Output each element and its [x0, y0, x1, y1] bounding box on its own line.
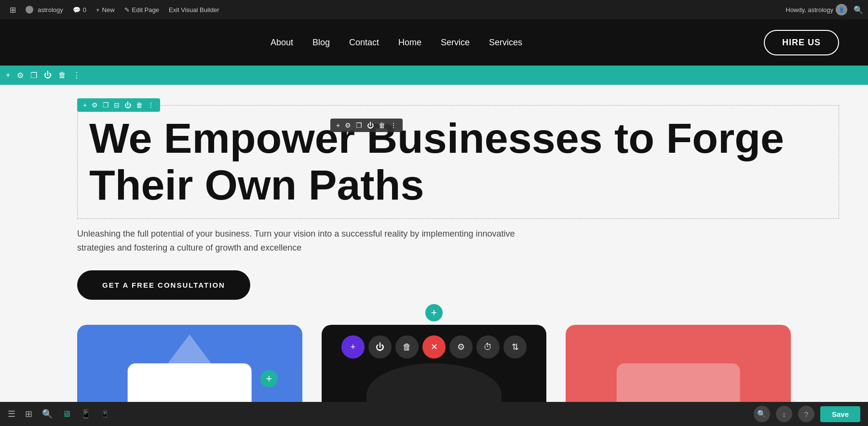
builder-toolbar-row: + ⚙ ❐ ⏻ 🗑 ⋮ — [0, 66, 868, 85]
st1-more-icon[interactable]: ⋮ — [148, 101, 154, 109]
hero-heading-container: We Empower Businesses to Forge Their Own… — [77, 105, 839, 219]
site-header: About Blog Contact Home Service Services… — [0, 19, 868, 66]
cta-button[interactable]: GET A FREE CONSULTATION — [77, 270, 250, 300]
bbb-desktop-icon[interactable]: 🖥 — [62, 409, 71, 419]
main-content: + ⚙ ❐ ⊟ ⏻ 🗑 ⋮ + ⚙ ❐ ⏻ 🗑 ⋮ We Empower Bus… — [0, 85, 868, 426]
bbb-zoom-icon[interactable]: 🔍 — [754, 406, 770, 422]
nav-blog[interactable]: Blog — [312, 38, 330, 48]
search-icon[interactable]: 🔍 — [854, 5, 863, 14]
hire-us-button[interactable]: HIRE US — [764, 30, 839, 55]
site-name-label: astrology — [38, 6, 63, 13]
toolbar-power-icon[interactable]: ⏻ — [44, 71, 52, 80]
card-tb-settings-button[interactable]: ⚙ — [449, 335, 473, 359]
mt1-more-icon[interactable]: ⋮ — [390, 121, 397, 129]
card-tb-close-button[interactable]: ✕ — [422, 335, 446, 359]
card-tb-adjust-button[interactable]: ⇅ — [503, 335, 527, 359]
edit-page-item[interactable]: ✎ Edit Page — [120, 0, 164, 19]
comments-item[interactable]: 💬 0 — [68, 0, 91, 19]
add-section-bottom-left-button[interactable]: + — [260, 370, 278, 387]
bbb-mobile-icon[interactable]: 📱 — [101, 410, 109, 418]
mt1-add-icon[interactable]: + — [336, 121, 340, 129]
exit-builder-item[interactable]: Exit Visual Builder — [164, 0, 224, 19]
card-tb-add-button[interactable]: + — [341, 335, 365, 359]
hero-subtext: Unleashing the full potential of your bu… — [77, 227, 521, 255]
nav-services[interactable]: Services — [489, 38, 522, 48]
st1-grid-icon[interactable]: ⊟ — [114, 101, 120, 109]
add-section-mid-button[interactable]: + — [425, 304, 443, 321]
bbb-search-icon[interactable]: 🔍 — [42, 409, 53, 419]
admin-bar: ⊞ astrology 💬 0 + New ✎ Edit Page Exit V… — [0, 0, 868, 19]
st1-add-icon[interactable]: + — [83, 101, 87, 109]
hero-heading-text: We Empower Businesses to Forge Their Own… — [89, 115, 827, 209]
mt1-power-icon[interactable]: ⏻ — [367, 121, 374, 129]
nav-home[interactable]: Home — [398, 38, 421, 48]
comment-count: 0 — [83, 6, 86, 13]
bbb-tablet-icon[interactable]: 📱 — [81, 409, 91, 419]
nav-service[interactable]: Service — [441, 38, 470, 48]
toolbar-add-icon[interactable]: + — [6, 71, 10, 80]
edit-page-label: Edit Page — [132, 6, 159, 13]
howdy-text: Howdy, astrology — [786, 6, 833, 13]
site-favicon — [26, 6, 33, 13]
new-label: New — [102, 6, 115, 13]
module-toolbar-1: + ⚙ ❐ ⏻ 🗑 ⋮ — [330, 119, 403, 132]
pencil-icon: ✎ — [124, 6, 130, 13]
admin-bar-right: Howdy, astrology 👤 🔍 — [786, 4, 863, 15]
site-nav: About Blog Contact Home Service Services — [29, 38, 764, 48]
st1-delete-icon[interactable]: 🗑 — [136, 101, 143, 109]
bbb-grid-icon[interactable]: ⊞ — [25, 409, 32, 419]
bbb-help-icon[interactable]: ? — [798, 406, 814, 422]
bbb-right: 🔍 ↕ ? Save — [754, 406, 860, 422]
card-tb-clock-button[interactable]: ⏱ — [476, 335, 500, 359]
mt1-delete-icon[interactable]: 🗑 — [379, 121, 385, 129]
bottom-builder-bar: ☰ ⊞ 🔍 🖥 📱 📱 🔍 ↕ ? Save — [0, 402, 868, 426]
exit-builder-label: Exit Visual Builder — [169, 6, 219, 13]
st1-settings-icon[interactable]: ⚙ — [92, 101, 98, 109]
user-avatar[interactable]: 👤 — [836, 4, 847, 15]
wp-icon: ⊞ — [10, 5, 16, 14]
st1-clone-icon[interactable]: ❐ — [103, 101, 109, 109]
wp-logo[interactable]: ⊞ — [5, 0, 21, 19]
cta-button-container: GET A FREE CONSULTATION — [77, 270, 250, 300]
toolbar-settings-icon[interactable]: ⚙ — [17, 71, 24, 80]
mt1-settings-icon[interactable]: ⚙ — [345, 121, 351, 129]
site-name[interactable]: astrology — [21, 0, 68, 19]
toolbar-more-icon[interactable]: ⋮ — [73, 71, 81, 80]
save-button[interactable]: Save — [820, 406, 860, 422]
mt1-clone-icon[interactable]: ❐ — [356, 121, 362, 129]
section-toolbar-1: + ⚙ ❐ ⊟ ⏻ 🗑 ⋮ — [77, 98, 160, 112]
bbb-history-icon[interactable]: ↕ — [776, 406, 792, 422]
toolbar-clone-icon[interactable]: ❐ — [30, 71, 37, 80]
card-blue-triangle — [161, 334, 218, 373]
nav-about[interactable]: About — [271, 38, 293, 48]
nav-contact[interactable]: Contact — [349, 38, 379, 48]
plus-icon: + — [96, 6, 100, 13]
card-toolbar: + ⏻ 🗑 ✕ ⚙ ⏱ ⇅ — [341, 335, 527, 359]
comment-icon: 💬 — [73, 6, 81, 13]
card-tb-power-button[interactable]: ⏻ — [368, 335, 392, 359]
new-item[interactable]: + New — [91, 0, 120, 19]
card-tb-delete-button[interactable]: 🗑 — [395, 335, 419, 359]
st1-power-icon[interactable]: ⏻ — [124, 101, 131, 109]
toolbar-delete-icon[interactable]: 🗑 — [58, 71, 66, 80]
bbb-menu-icon[interactable]: ☰ — [8, 409, 15, 419]
